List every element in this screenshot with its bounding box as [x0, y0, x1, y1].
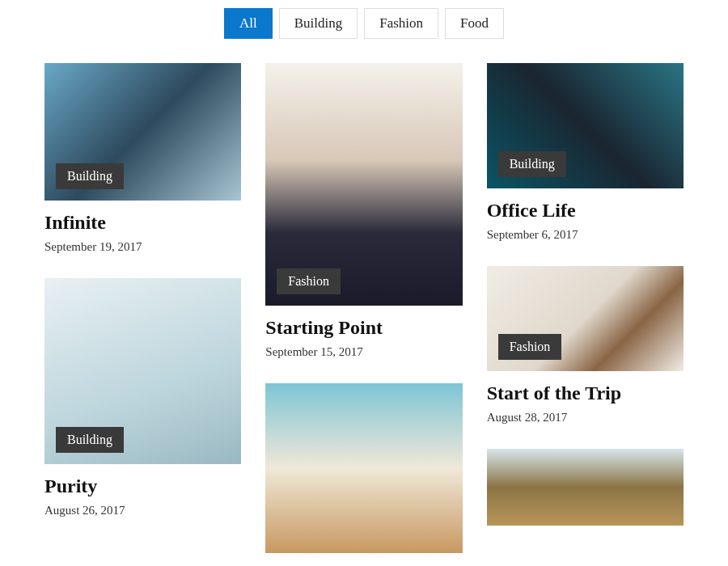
- card-image: Fashion: [487, 266, 684, 371]
- grid-column: Building Office Life September 6, 2017 F…: [487, 63, 684, 553]
- filter-fashion-button[interactable]: Fashion: [364, 8, 438, 39]
- card-starting-point[interactable]: Fashion Starting Point September 15, 201…: [265, 63, 462, 359]
- card-title[interactable]: Start of the Trip: [487, 382, 684, 404]
- category-badge[interactable]: Building: [56, 427, 124, 453]
- card-image: [487, 449, 684, 526]
- card-food[interactable]: [265, 383, 462, 553]
- card-date: August 28, 2017: [487, 411, 684, 424]
- card-tower[interactable]: [487, 449, 684, 526]
- card-title[interactable]: Office Life: [487, 200, 684, 222]
- grid-column: Fashion Starting Point September 15, 201…: [265, 63, 462, 553]
- card-start-of-trip[interactable]: Fashion Start of the Trip August 28, 201…: [487, 266, 684, 424]
- card-image: [265, 383, 462, 553]
- category-badge[interactable]: Fashion: [277, 268, 341, 294]
- filter-food-button[interactable]: Food: [445, 8, 504, 39]
- card-title[interactable]: Purity: [44, 475, 241, 497]
- card-date: September 6, 2017: [487, 228, 684, 242]
- card-image: Fashion: [265, 63, 462, 306]
- card-purity[interactable]: Building Purity August 26, 2017: [44, 278, 241, 517]
- card-title[interactable]: Starting Point: [265, 317, 462, 339]
- card-date: August 26, 2017: [44, 504, 241, 517]
- filter-bar: All Building Fashion Food: [44, 8, 684, 39]
- card-office-life[interactable]: Building Office Life September 6, 2017: [487, 63, 684, 242]
- card-date: September 19, 2017: [44, 240, 241, 254]
- category-badge[interactable]: Fashion: [498, 334, 562, 360]
- filter-all-button[interactable]: All: [224, 8, 273, 39]
- card-grid: Building Infinite September 19, 2017 Bui…: [44, 63, 684, 553]
- category-badge[interactable]: Building: [498, 151, 566, 177]
- card-image: Building: [44, 278, 241, 464]
- filter-building-button[interactable]: Building: [279, 8, 358, 39]
- grid-column: Building Infinite September 19, 2017 Bui…: [44, 63, 241, 553]
- category-badge[interactable]: Building: [56, 163, 124, 189]
- card-date: September 15, 2017: [265, 345, 462, 359]
- card-image: Building: [487, 63, 684, 188]
- card-image: Building: [44, 63, 241, 201]
- card-infinite[interactable]: Building Infinite September 19, 2017: [44, 63, 241, 254]
- card-title[interactable]: Infinite: [44, 212, 241, 234]
